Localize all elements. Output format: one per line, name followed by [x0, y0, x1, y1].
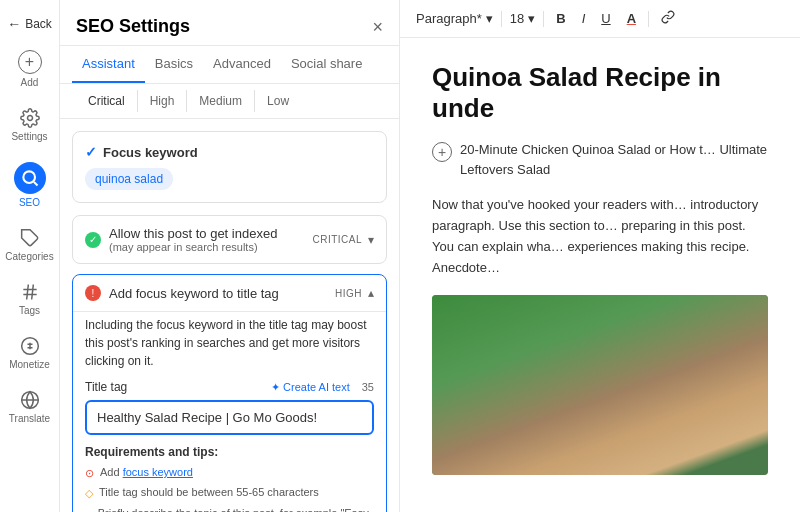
- editor-toolbar: Paragraph* ▾ 18 ▾ B I U A: [400, 0, 800, 38]
- image-overlay: [432, 295, 768, 475]
- plus-icon: +: [18, 50, 42, 74]
- link-button[interactable]: [657, 8, 679, 29]
- svg-point-1: [23, 171, 35, 183]
- seo-item-index-right: CRITICAL ▾: [312, 233, 374, 247]
- tab-assistant[interactable]: Assistant: [72, 46, 145, 83]
- priority-badge: CRITICAL: [312, 234, 362, 245]
- editor-area: Paragraph* ▾ 18 ▾ B I U A Quinoa Salad R…: [400, 0, 800, 512]
- status-red-icon: !: [85, 285, 101, 301]
- dollar-icon: [20, 336, 40, 356]
- paragraph-select[interactable]: Paragraph* ▾: [416, 11, 493, 26]
- tab-basics[interactable]: Basics: [145, 46, 203, 83]
- close-button[interactable]: ×: [372, 18, 383, 36]
- link-icon: [661, 10, 675, 24]
- sidebar-item-label: SEO: [19, 197, 40, 208]
- priority-tab-critical[interactable]: Critical: [76, 90, 138, 112]
- create-ai-text-button[interactable]: ✦ Create AI text: [271, 381, 350, 394]
- seo-item-index-header: ✓ Allow this post to get indexed (may ap…: [73, 216, 386, 263]
- back-button[interactable]: ← Back: [0, 10, 59, 38]
- seo-item-title-tag: ! Add focus keyword to title tag HIGH ▴ …: [72, 274, 387, 512]
- paragraph-label: Paragraph*: [416, 11, 482, 26]
- font-size-value: 18: [510, 11, 524, 26]
- svg-line-5: [26, 285, 28, 300]
- checkmark-icon: ✓: [85, 144, 97, 160]
- editor-image: [432, 295, 768, 475]
- info-icon: ○: [85, 507, 92, 512]
- seo-panel: SEO Settings × Assistant Basics Advanced…: [60, 0, 400, 512]
- tab-social-share[interactable]: Social share: [281, 46, 373, 83]
- req-item-0: ⊙ Add focus keyword: [85, 465, 374, 481]
- sidebar-item-tags[interactable]: Tags: [0, 274, 59, 324]
- requirements-section: Requirements and tips: ⊙ Add focus keywo…: [85, 445, 374, 512]
- hashtag-icon: [20, 282, 40, 302]
- text-color-button[interactable]: A: [623, 9, 640, 28]
- focus-keyword-label: ✓ Focus keyword: [85, 144, 374, 160]
- seo-item-index-left: ✓ Allow this post to get indexed (may ap…: [85, 226, 277, 253]
- seo-item-title-tag-header: ! Add focus keyword to title tag HIGH ▴: [73, 275, 386, 311]
- chevron-down-icon[interactable]: ▾: [368, 233, 374, 247]
- seo-item-text: Allow this post to get indexed: [109, 226, 277, 241]
- req-item-1: ◇ Title tag should be between 55-65 char…: [85, 485, 374, 501]
- svg-point-0: [27, 116, 32, 121]
- status-green-icon: ✓: [85, 232, 101, 248]
- chevron-up-icon[interactable]: ▴: [368, 286, 374, 300]
- sidebar-item-monetize[interactable]: Monetize: [0, 328, 59, 378]
- focus-keyword-link[interactable]: focus keyword: [123, 466, 193, 478]
- priority-tab-high[interactable]: High: [138, 90, 188, 112]
- italic-button[interactable]: I: [578, 9, 590, 28]
- sidebar-item-seo[interactable]: SEO: [0, 154, 59, 216]
- expanded-description: Including the focus keyword in the title…: [85, 316, 374, 370]
- panel-header: SEO Settings ×: [60, 0, 399, 46]
- bold-button[interactable]: B: [552, 9, 569, 28]
- panel-title: SEO Settings: [76, 16, 190, 37]
- req-item-2: ○ Briefly describe the topic of this pos…: [85, 506, 374, 512]
- paragraph-chevron: ▾: [486, 11, 493, 26]
- font-size-chevron: ▾: [528, 11, 535, 26]
- sidebar-item-settings[interactable]: Settings: [0, 100, 59, 150]
- sidebar-item-label: Categories: [5, 251, 53, 262]
- font-size-select[interactable]: 18 ▾: [510, 11, 535, 26]
- sidebar-item-categories[interactable]: Categories: [0, 220, 59, 270]
- requirements-title: Requirements and tips:: [85, 445, 374, 459]
- sidebar-item-label: Settings: [11, 131, 47, 142]
- priority-tab-low[interactable]: Low: [255, 90, 301, 112]
- circle-icon: ⊙: [85, 466, 94, 481]
- diamond-icon: ◇: [85, 486, 93, 501]
- underline-button[interactable]: U: [597, 9, 614, 28]
- sidebar-item-label: Add: [21, 77, 39, 88]
- focus-keyword-box: ✓ Focus keyword quinoa salad: [72, 131, 387, 203]
- toolbar-separator-2: [543, 11, 544, 27]
- seo-item-text: Add focus keyword to title tag: [109, 286, 279, 301]
- tag-icon: [20, 228, 40, 248]
- priority-tab-medium[interactable]: Medium: [187, 90, 255, 112]
- title-tag-label: Title tag: [85, 380, 127, 394]
- editor-content: Quinoa Salad Recipe in unde + 20-Minute …: [400, 38, 800, 512]
- sidebar-item-label: Monetize: [9, 359, 50, 370]
- panel-content: ✓ Focus keyword quinoa salad ✓ Allow thi…: [60, 119, 399, 512]
- text-color-label: A: [627, 11, 636, 26]
- tab-advanced[interactable]: Advanced: [203, 46, 281, 83]
- back-arrow-icon: ←: [7, 16, 21, 32]
- sidebar-item-translate[interactable]: Translate: [0, 382, 59, 432]
- svg-line-6: [31, 285, 33, 300]
- priority-badge: HIGH: [335, 288, 362, 299]
- sidebar: ← Back + Add Settings SEO Categories Tag…: [0, 0, 60, 512]
- sidebar-item-label: Translate: [9, 413, 50, 424]
- editor-paragraph[interactable]: Now that you've hooked your readers with…: [432, 195, 768, 278]
- add-suggestion-button[interactable]: +: [432, 142, 452, 162]
- sidebar-item-label: Tags: [19, 305, 40, 316]
- seo-item-title-tag-right: HIGH ▴: [335, 286, 374, 300]
- editor-suggestion: + 20-Minute Chicken Quinoa Salad or How …: [432, 140, 768, 179]
- sidebar-item-add[interactable]: + Add: [0, 42, 59, 96]
- toolbar-separator-3: [648, 11, 649, 27]
- globe-icon: [20, 390, 40, 410]
- seo-item-index: ✓ Allow this post to get indexed (may ap…: [72, 215, 387, 264]
- keyword-tag[interactable]: quinoa salad: [85, 168, 173, 190]
- char-count: 35: [362, 381, 374, 393]
- editor-title[interactable]: Quinoa Salad Recipe in unde: [432, 62, 768, 124]
- back-label: Back: [25, 17, 52, 31]
- title-tag-row: Title tag ✦ Create AI text 35: [85, 380, 374, 394]
- title-tag-input[interactable]: [85, 400, 374, 435]
- priority-tabs: Critical High Medium Low: [60, 84, 399, 119]
- seo-icon: [14, 162, 46, 194]
